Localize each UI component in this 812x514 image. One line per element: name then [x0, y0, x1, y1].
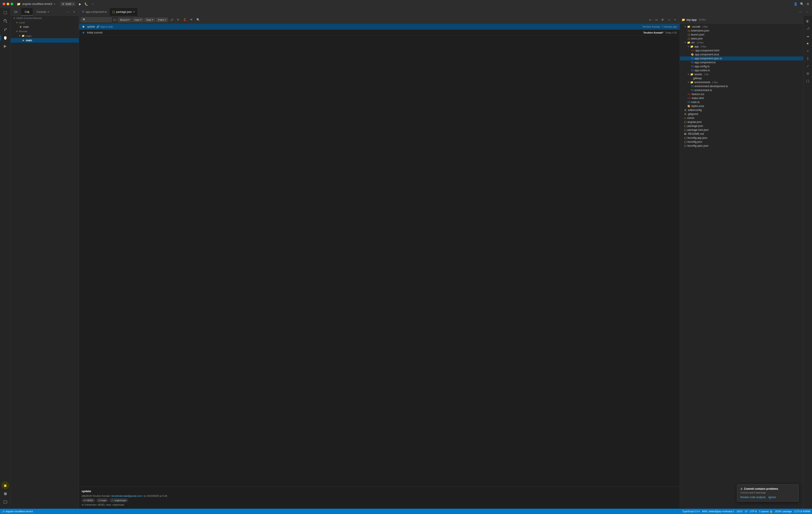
status-branch[interactable]: ⎇ angular-cloudflare-iemie3: [2, 510, 33, 513]
paths-selector[interactable]: Paths ▾: [156, 18, 168, 22]
file-gitignore[interactable]: ⚙ .gitignore: [680, 112, 803, 116]
rp-git-icon[interactable]: ⎇: [805, 25, 811, 32]
panel-left-icon[interactable]: ◁: [666, 17, 672, 23]
search-box[interactable]: 🔍: [81, 18, 112, 22]
tab-console-close[interactable]: ✕: [47, 10, 50, 13]
rp-cloud-icon[interactable]: ☁: [805, 33, 811, 39]
status-format[interactable]: JSON: package: [775, 510, 792, 513]
file-package-lock-json[interactable]: { } package-lock.json: [680, 128, 803, 132]
file-gitkeep[interactable]: · .gitkeep: [680, 76, 803, 80]
remote-section[interactable]: Remote: [10, 29, 79, 33]
status-encoding[interactable]: UTF-8: [750, 510, 757, 513]
rp-split-icon[interactable]: ◧: [805, 18, 811, 24]
search-icon[interactable]: 🔍: [800, 2, 804, 6]
local-section[interactable]: Local: [10, 20, 79, 25]
file-nvmrc[interactable]: ≡ .nvmrc: [680, 116, 803, 120]
editor-tab-app-component[interactable]: TS app.component.ts: [79, 8, 110, 16]
redo-icon[interactable]: ↪: [654, 17, 659, 23]
close-button[interactable]: [3, 3, 5, 5]
reset-icon[interactable]: 🔍: [195, 17, 201, 23]
panel-close-icon[interactable]: ✕: [672, 17, 678, 23]
file-angular-json[interactable]: { } angular.json: [680, 120, 803, 124]
file-readme-md[interactable]: M↓ README.md: [680, 132, 803, 136]
activity-extensions[interactable]: [1, 34, 9, 42]
user-selector[interactable]: User ▾: [133, 18, 143, 22]
file-tsconfig-spec-json[interactable]: { } tsconfig.spec.json: [680, 144, 803, 148]
file-main-ts[interactable]: TS main.ts: [680, 100, 803, 104]
file-launch-json[interactable]: { } launch.json: [680, 33, 803, 37]
review-code-analysis-link[interactable]: Review code analysis: [740, 496, 766, 499]
stash-icon[interactable]: 👁: [188, 17, 194, 23]
tab-package-json-close[interactable]: ✕: [133, 10, 135, 13]
status-aws[interactable]: AWS: default@ap-northeast-1: [702, 510, 734, 513]
rp-forward-icon[interactable]: ⟫: [805, 55, 811, 62]
settings-icon[interactable]: ⚙: [807, 2, 809, 6]
minimize-button[interactable]: [7, 3, 9, 5]
file-app-html[interactable]: </> app.component.html: [680, 49, 803, 53]
editor-tab-package-json[interactable]: { } package.json ✕: [110, 8, 138, 16]
file-tsconfig-json[interactable]: { } tsconfig.json: [680, 140, 803, 144]
date-selector[interactable]: Date ▾: [144, 18, 155, 22]
tab-log[interactable]: Log: [21, 8, 33, 16]
file-assets-folder[interactable]: ▼ 📁 assets 1 file: [680, 72, 803, 76]
branch-main-remote[interactable]: ★ main: [10, 38, 79, 42]
file-index-html[interactable]: </> index.html: [680, 96, 803, 100]
file-app-config-ts[interactable]: TS app.config.ts: [680, 64, 803, 68]
rp-star-icon[interactable]: ★: [805, 40, 811, 47]
activity-git[interactable]: [1, 26, 9, 33]
branch-main-local[interactable]: ★ main: [10, 25, 79, 29]
file-env-dev-ts[interactable]: TS environment.development.ts: [680, 84, 803, 88]
eye-icon[interactable]: 👁: [660, 17, 666, 23]
undo-icon[interactable]: ↩: [647, 17, 653, 23]
file-styles-scss[interactable]: 🎨 styles.scss: [680, 104, 803, 108]
activity-run[interactable]: [1, 42, 9, 50]
file-environments-folder[interactable]: ▼ 📁 environments 2 files: [680, 80, 803, 84]
status-lf[interactable]: LF: [745, 510, 748, 513]
file-tasks-json[interactable]: { } tasks.json: [680, 37, 803, 40]
file-src-folder[interactable]: ▼ 📁 src 13 files: [680, 40, 803, 44]
activity-accounts[interactable]: ◼: [1, 481, 9, 489]
new-branch-icon[interactable]: ⎇: [169, 17, 175, 23]
branch-selector[interactable]: Branch ▾: [118, 18, 132, 22]
status-position[interactable]: 1173 of 4096M: [794, 510, 810, 513]
file-editorconfig[interactable]: ⚙ .editorconfig: [680, 108, 803, 112]
activity-settings[interactable]: [1, 490, 9, 498]
tab-console[interactable]: Console ✕: [33, 8, 53, 16]
sidebar-more[interactable]: ⋯: [65, 9, 70, 15]
file-tsconfig-app-json[interactable]: { } tsconfig.app.json: [680, 136, 803, 140]
more-icon[interactable]: ⋯: [91, 2, 94, 6]
file-package-json[interactable]: { } package.json: [680, 124, 803, 128]
rp-bracket-icon[interactable]: { }: [805, 78, 811, 84]
tab-git[interactable]: Git: [10, 8, 21, 16]
debug-icon[interactable]: 🐛: [84, 2, 88, 6]
activity-search[interactable]: [1, 17, 9, 25]
file-app-spec-ts[interactable]: TS app.component.spec.ts: [680, 57, 803, 60]
status-spaces[interactable]: 2 spaces 🔒: [759, 510, 773, 513]
origin-section[interactable]: 📁 origin: [10, 33, 79, 38]
tab-split-icon[interactable]: ⋯: [798, 9, 803, 15]
file-env-ts[interactable]: TS environment.ts: [680, 88, 803, 92]
file-vscode-folder[interactable]: ▼ 📁 .vscode 3 files: [680, 25, 803, 29]
fetch-icon[interactable]: ↻: [175, 17, 181, 23]
head-section[interactable]: HEAD (Current Branch): [10, 16, 79, 20]
user-icon[interactable]: 👤: [794, 2, 798, 6]
ignore-link[interactable]: Ignore: [768, 496, 776, 499]
commit-row-update[interactable]: update 🔗 origin & main Teruhiro Komaki 7…: [79, 24, 679, 30]
activity-remote[interactable]: [1, 498, 9, 506]
file-app-component-ts[interactable]: TS app.component.ts: [680, 60, 803, 64]
file-app-routes-ts[interactable]: TS app.routes.ts: [680, 68, 803, 72]
tab-collapse-icon[interactable]: −: [805, 9, 810, 15]
sidebar-close[interactable]: ✕: [71, 9, 77, 15]
rp-list-icon[interactable]: ≡: [805, 48, 811, 54]
build-selector[interactable]: ⚙ build ▾: [60, 2, 75, 6]
cc-toggle[interactable]: Cc: [113, 18, 117, 22]
activity-explorer[interactable]: [1, 9, 9, 17]
status-line-col[interactable]: 150:5: [736, 510, 743, 513]
file-extensions-json[interactable]: { } extensions.json: [680, 29, 803, 33]
play-icon[interactable]: ▶: [79, 2, 81, 6]
file-app-scss[interactable]: 🎨 app.component.scss: [680, 53, 803, 57]
file-app-folder[interactable]: ▼ 📁 app 6 files: [680, 44, 803, 49]
rp-expand-icon[interactable]: ⤢: [805, 63, 811, 69]
maximize-button[interactable]: [10, 3, 13, 5]
rp-align-icon[interactable]: ⊞: [805, 70, 811, 77]
